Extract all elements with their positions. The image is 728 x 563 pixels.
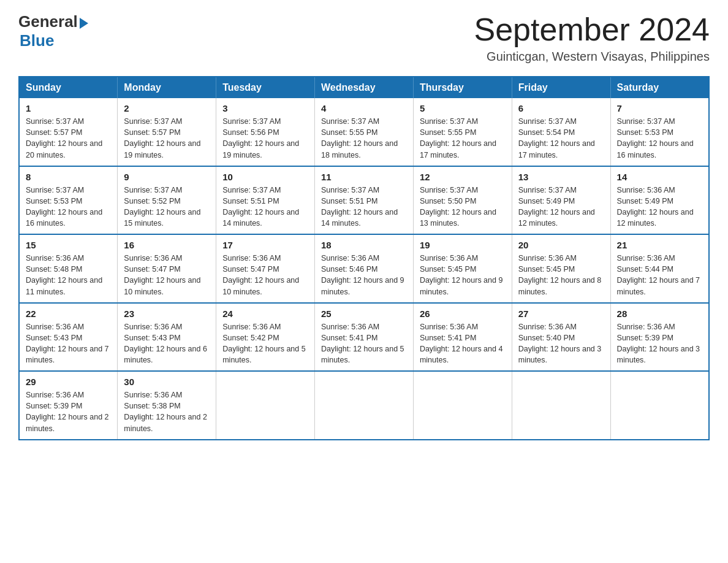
calendar-cell: 13 Sunrise: 5:37 AMSunset: 5:49 PMDaylig… xyxy=(512,166,610,235)
calendar-cell: 7 Sunrise: 5:37 AMSunset: 5:53 PMDayligh… xyxy=(610,98,709,166)
day-number: 7 xyxy=(617,103,702,113)
day-number: 20 xyxy=(518,240,604,250)
location-title: Guinticgan, Western Visayas, Philippines xyxy=(474,50,710,64)
day-number: 26 xyxy=(420,308,506,319)
day-number: 2 xyxy=(124,103,210,113)
day-number: 8 xyxy=(26,172,111,182)
weekday-header-friday: Friday xyxy=(512,77,610,98)
day-info: Sunrise: 5:37 AMSunset: 5:51 PMDaylight:… xyxy=(222,185,308,229)
weekday-header-saturday: Saturday xyxy=(610,77,709,98)
day-number: 15 xyxy=(26,240,111,250)
day-number: 16 xyxy=(124,240,210,250)
day-number: 30 xyxy=(124,377,210,387)
day-info: Sunrise: 5:37 AMSunset: 5:49 PMDaylight:… xyxy=(518,185,604,229)
weekday-header-tuesday: Tuesday xyxy=(216,77,315,98)
day-number: 1 xyxy=(26,103,111,113)
day-number: 3 xyxy=(222,103,308,113)
day-number: 27 xyxy=(518,308,604,319)
weekday-header-monday: Monday xyxy=(118,77,216,98)
calendar-cell: 1 Sunrise: 5:37 AMSunset: 5:57 PMDayligh… xyxy=(19,98,118,166)
day-info: Sunrise: 5:36 AMSunset: 5:43 PMDaylight:… xyxy=(26,321,111,366)
day-info: Sunrise: 5:37 AMSunset: 5:55 PMDaylight:… xyxy=(420,116,506,161)
calendar-cell: 15 Sunrise: 5:36 AMSunset: 5:48 PMDaylig… xyxy=(19,234,118,303)
day-number: 9 xyxy=(124,172,210,182)
day-info: Sunrise: 5:36 AMSunset: 5:44 PMDaylight:… xyxy=(617,253,702,297)
calendar-cell: 9 Sunrise: 5:37 AMSunset: 5:52 PMDayligh… xyxy=(118,166,216,235)
day-info: Sunrise: 5:36 AMSunset: 5:48 PMDaylight:… xyxy=(26,253,111,297)
day-number: 23 xyxy=(124,308,210,319)
weekday-header-sunday: Sunday xyxy=(19,77,118,98)
calendar-cell: 2 Sunrise: 5:37 AMSunset: 5:57 PMDayligh… xyxy=(118,98,216,166)
calendar-cell: 28 Sunrise: 5:36 AMSunset: 5:39 PMDaylig… xyxy=(610,303,709,372)
day-info: Sunrise: 5:36 AMSunset: 5:41 PMDaylight:… xyxy=(420,321,506,366)
calendar-cell: 25 Sunrise: 5:36 AMSunset: 5:41 PMDaylig… xyxy=(315,303,414,372)
day-number: 18 xyxy=(321,240,407,250)
calendar-cell: 24 Sunrise: 5:36 AMSunset: 5:42 PMDaylig… xyxy=(216,303,315,372)
logo-general-text: General xyxy=(18,12,78,31)
month-title: September 2024 xyxy=(474,12,710,47)
calendar-week-row: 1 Sunrise: 5:37 AMSunset: 5:57 PMDayligh… xyxy=(19,98,709,166)
calendar-cell: 21 Sunrise: 5:36 AMSunset: 5:44 PMDaylig… xyxy=(610,234,709,303)
logo-blue-text: Blue xyxy=(20,31,54,50)
day-number: 6 xyxy=(518,103,604,113)
calendar-week-row: 15 Sunrise: 5:36 AMSunset: 5:48 PMDaylig… xyxy=(19,234,709,303)
calendar-cell: 20 Sunrise: 5:36 AMSunset: 5:45 PMDaylig… xyxy=(512,234,610,303)
calendar-week-row: 29 Sunrise: 5:36 AMSunset: 5:39 PMDaylig… xyxy=(19,371,709,440)
page-header: General Blue September 2024 Guinticgan, … xyxy=(18,12,710,64)
calendar-cell: 16 Sunrise: 5:36 AMSunset: 5:47 PMDaylig… xyxy=(118,234,216,303)
calendar-cell xyxy=(610,371,709,440)
day-number: 21 xyxy=(617,240,702,250)
calendar-week-row: 8 Sunrise: 5:37 AMSunset: 5:53 PMDayligh… xyxy=(19,166,709,235)
weekday-header-thursday: Thursday xyxy=(413,77,512,98)
calendar-cell xyxy=(512,371,610,440)
day-number: 17 xyxy=(222,240,308,250)
calendar-cell: 22 Sunrise: 5:36 AMSunset: 5:43 PMDaylig… xyxy=(19,303,118,372)
day-number: 25 xyxy=(321,308,407,319)
calendar-week-row: 22 Sunrise: 5:36 AMSunset: 5:43 PMDaylig… xyxy=(19,303,709,372)
weekday-header-row: SundayMondayTuesdayWednesdayThursdayFrid… xyxy=(19,77,709,98)
logo-triangle-icon xyxy=(80,18,88,29)
day-info: Sunrise: 5:37 AMSunset: 5:50 PMDaylight:… xyxy=(420,185,506,229)
calendar-cell: 30 Sunrise: 5:36 AMSunset: 5:38 PMDaylig… xyxy=(118,371,216,440)
calendar-cell: 11 Sunrise: 5:37 AMSunset: 5:51 PMDaylig… xyxy=(315,166,414,235)
calendar-cell: 17 Sunrise: 5:36 AMSunset: 5:47 PMDaylig… xyxy=(216,234,315,303)
calendar-cell: 14 Sunrise: 5:36 AMSunset: 5:49 PMDaylig… xyxy=(610,166,709,235)
day-number: 10 xyxy=(222,172,308,182)
day-info: Sunrise: 5:37 AMSunset: 5:53 PMDaylight:… xyxy=(617,116,702,161)
calendar-cell: 19 Sunrise: 5:36 AMSunset: 5:45 PMDaylig… xyxy=(413,234,512,303)
calendar-cell: 23 Sunrise: 5:36 AMSunset: 5:43 PMDaylig… xyxy=(118,303,216,372)
day-info: Sunrise: 5:37 AMSunset: 5:56 PMDaylight:… xyxy=(222,116,308,161)
day-number: 24 xyxy=(222,308,308,319)
day-number: 12 xyxy=(420,172,506,182)
day-info: Sunrise: 5:36 AMSunset: 5:49 PMDaylight:… xyxy=(617,185,702,229)
calendar-cell: 27 Sunrise: 5:36 AMSunset: 5:40 PMDaylig… xyxy=(512,303,610,372)
day-info: Sunrise: 5:36 AMSunset: 5:42 PMDaylight:… xyxy=(222,321,308,366)
calendar-cell xyxy=(413,371,512,440)
day-info: Sunrise: 5:37 AMSunset: 5:57 PMDaylight:… xyxy=(26,116,111,161)
day-info: Sunrise: 5:36 AMSunset: 5:41 PMDaylight:… xyxy=(321,321,407,366)
day-info: Sunrise: 5:37 AMSunset: 5:51 PMDaylight:… xyxy=(321,185,407,229)
calendar-table: SundayMondayTuesdayWednesdayThursdayFrid… xyxy=(18,76,710,440)
title-area: September 2024 Guinticgan, Western Visay… xyxy=(474,12,710,64)
day-info: Sunrise: 5:37 AMSunset: 5:54 PMDaylight:… xyxy=(518,116,604,161)
calendar-cell: 3 Sunrise: 5:37 AMSunset: 5:56 PMDayligh… xyxy=(216,98,315,166)
day-info: Sunrise: 5:36 AMSunset: 5:43 PMDaylight:… xyxy=(124,321,210,366)
day-number: 11 xyxy=(321,172,407,182)
day-number: 4 xyxy=(321,103,407,113)
calendar-cell: 18 Sunrise: 5:36 AMSunset: 5:46 PMDaylig… xyxy=(315,234,414,303)
day-number: 28 xyxy=(617,308,702,319)
weekday-header-wednesday: Wednesday xyxy=(315,77,414,98)
day-info: Sunrise: 5:37 AMSunset: 5:53 PMDaylight:… xyxy=(26,185,111,229)
calendar-cell: 12 Sunrise: 5:37 AMSunset: 5:50 PMDaylig… xyxy=(413,166,512,235)
day-info: Sunrise: 5:37 AMSunset: 5:52 PMDaylight:… xyxy=(124,185,210,229)
calendar-cell xyxy=(315,371,414,440)
calendar-cell: 29 Sunrise: 5:36 AMSunset: 5:39 PMDaylig… xyxy=(19,371,118,440)
day-info: Sunrise: 5:36 AMSunset: 5:38 PMDaylight:… xyxy=(124,389,210,434)
day-info: Sunrise: 5:36 AMSunset: 5:39 PMDaylight:… xyxy=(26,389,111,434)
day-number: 5 xyxy=(420,103,506,113)
day-number: 19 xyxy=(420,240,506,250)
day-info: Sunrise: 5:37 AMSunset: 5:55 PMDaylight:… xyxy=(321,116,407,161)
day-number: 13 xyxy=(518,172,604,182)
day-info: Sunrise: 5:36 AMSunset: 5:39 PMDaylight:… xyxy=(617,321,702,366)
calendar-cell: 4 Sunrise: 5:37 AMSunset: 5:55 PMDayligh… xyxy=(315,98,414,166)
